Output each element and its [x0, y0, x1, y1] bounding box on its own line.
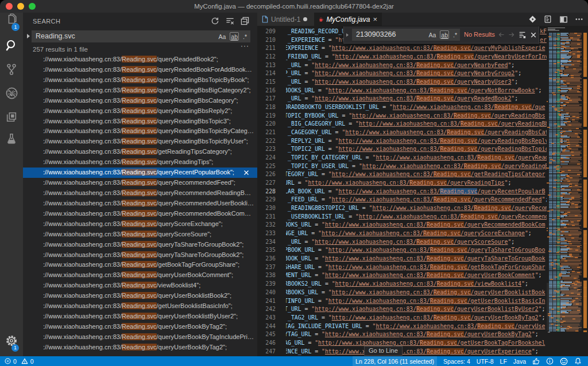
code-line[interactable]: 234_URL = "http://www.xiaohuasheng.cn:83… [257, 238, 547, 247]
modified-dot-icon[interactable] [303, 17, 307, 21]
open-changes-icon[interactable] [543, 15, 552, 24]
toggle-search-details-icon[interactable]: ··· [241, 42, 249, 50]
search-result-row[interactable]: ://www.xiaohuasheng.cn:83/Reading.svc/qu… [23, 106, 257, 116]
tab-myconfig-java[interactable]: MyConfig.java × [314, 13, 382, 26]
code-line[interactable]: 240RBOOKS_URL = "http://www.xiaohuasheng… [257, 289, 547, 297]
search-result-row[interactable]: ://www.xiaohuasheng.cn:83/Reading.svc/qu… [23, 188, 257, 198]
toggle-replace-icon[interactable] [25, 31, 31, 41]
minimap-slider[interactable] [547, 283, 582, 330]
search-result-row[interactable]: ://www.xiaohuasheng.cn:83/Reading.svc/ge… [23, 301, 257, 312]
code-line[interactable]: 214P_URL = "http://www.xiaohuasheng.cn:8… [257, 69, 547, 78]
code-line[interactable]: 229_FEED_URL = "http://www.xiaohuasheng.… [257, 196, 547, 204]
search-result-row[interactable]: ://www.xiaohuasheng.cn:83/Reading.svc/ge… [23, 260, 257, 270]
find-widget-toggle-icon[interactable] [344, 26, 351, 43]
tab-untitled-1[interactable]: Untitled-1 [257, 13, 314, 26]
code-line[interactable]: 222_REPLY2_URL = "http://www.xiaohuashen… [257, 137, 547, 146]
search-result-row[interactable]: ://www.xiaohuasheng.cn:83/Reading.svc/qu… [23, 291, 257, 301]
code-line[interactable]: 215_URL = "http://www.xiaohuasheng.cn:83… [257, 78, 547, 87]
search-result-row[interactable]: ://www.xiaohuasheng.cn:83/Reading.svc/qu… [23, 126, 257, 137]
code-line[interactable]: 235PBOOK_URL = "http://www.xiaohuasheng.… [257, 246, 547, 255]
code-line[interactable]: 228LAR_BOOK_URL = "http://www.xiaohuashe… [257, 188, 547, 196]
more-actions-icon[interactable] [574, 15, 583, 24]
search-result-row[interactable]: ://www.xiaohuasheng.cn:83/Reading.svc/qu… [23, 219, 257, 229]
search-result-row[interactable]: ://www.xiaohuasheng.cn:83/Reading.svc/qu… [23, 168, 257, 178]
notifications-bell-icon[interactable] [574, 356, 582, 366]
clear-search-results-icon[interactable] [224, 15, 235, 26]
search-result-row[interactable]: ://www.xiaohuasheng.cn:83/Reading.svc/qu… [23, 137, 257, 147]
search-result-row[interactable]: ://www.xiaohuasheng.cn:83/Reading.svc/vi… [23, 281, 257, 291]
sidebar-item-extensions[interactable] [0, 106, 23, 129]
code-line[interactable]: 220_BIG_CAGEGORY_URL = "http://www.xiaoh… [257, 120, 547, 129]
search-result-row[interactable]: ://www.xiaohuasheng.cn:83/Reading.svc/qu… [23, 312, 257, 322]
code-line[interactable]: 223_TOPIC2_URL = "http://www.xiaohuashen… [257, 145, 547, 154]
code-line[interactable]: 239RBOOKS2_URL = "http://www.xiaohuashen… [257, 280, 547, 289]
code-line[interactable]: 224_TOPIC_BY_CATEGORY_URL = "http://www.… [257, 154, 547, 162]
code-line[interactable]: 241TINFO_URL = "http://www.xiaohuasheng.… [257, 297, 547, 306]
problems-errors[interactable]: 0 [5, 356, 17, 366]
search-result-row[interactable]: ://www.xiaohuasheng.cn:83/Reading.svc/qu… [23, 250, 257, 260]
code-line[interactable]: 242T_URL = "http://www.xiaohuasheng.cn:8… [257, 305, 547, 314]
search-result-row[interactable]: ://www.xiaohuasheng.cn:83/Reading.svc/qu… [23, 270, 257, 281]
search-result-row[interactable]: ://www.xiaohuasheng.cn:83/Reading.svc/qu… [23, 54, 257, 65]
search-result-row[interactable]: ://www.xiaohuasheng.cn:83/Reading.svc/qu… [23, 332, 257, 342]
dismiss-result-icon[interactable] [242, 169, 250, 177]
code-line[interactable]: 243_TAG2_URL = "http://www.xiaohuasheng.… [257, 314, 547, 322]
sidebar-item-run-debug[interactable] [0, 81, 23, 104]
code-line[interactable]: 245YTAG_URL = "http://www.xiaohuasheng.c… [257, 330, 547, 339]
code-line[interactable]: 217_URL = "http://www.xiaohuasheng.cn:83… [257, 95, 547, 103]
match-case-icon[interactable]: Aa [427, 30, 437, 39]
search-result-row[interactable]: ://www.xiaohuasheng.cn:83/Reading.svc/qu… [23, 198, 257, 209]
search-result-row[interactable]: ://www.xiaohuasheng.cn:83/Reading.svc/qu… [23, 240, 257, 250]
code-line[interactable]: 211EXPERIENCE = "http://www.xiaohuasheng… [257, 44, 547, 53]
sidebar-item-search[interactable] [0, 34, 23, 57]
search-result-row[interactable]: ://www.xiaohuasheng.cn:83/Reading.svc/qu… [23, 322, 257, 332]
search-result-row[interactable]: ://www.xiaohuasheng.cn:83/Reading.svc/qu… [23, 178, 257, 188]
sidebar-item-source-control[interactable] [0, 58, 23, 81]
minimap[interactable] [547, 26, 582, 356]
whole-word-icon[interactable]: ab [440, 30, 449, 39]
match-case-icon[interactable]: Aa [217, 32, 227, 41]
search-result-row[interactable]: ://www.xiaohuasheng.cn:83/Reading.svc/qu… [23, 229, 257, 240]
find-in-selection-icon[interactable] [518, 30, 527, 39]
search-result-row[interactable]: ://www.xiaohuasheng.cn:83/Reading.svc/qu… [23, 65, 257, 75]
info-icon[interactable] [546, 356, 554, 366]
search-result-row[interactable]: ://www.xiaohuasheng.cn:83/Reading.svc/qu… [23, 75, 257, 85]
code-line[interactable]: 218ORADDBOOKTO_USERBOOKLIST_URL = "http:… [257, 103, 547, 112]
regex-icon[interactable]: .* [452, 30, 458, 39]
code-line[interactable]: 231_USERBOOKLIST_URL = "http://www.xiaoh… [257, 213, 547, 221]
code-line[interactable]: 225_TOPIC_BY_USER_URL = "http://www.xiao… [257, 162, 547, 171]
code-line[interactable]: 233NGE_URL = "http://www.xiaohuasheng.cn… [257, 229, 547, 238]
sidebar-item-testing[interactable] [0, 127, 23, 150]
refresh-icon[interactable] [209, 15, 220, 26]
code-line[interactable]: 238MENT_URL = "http://www.xiaohuasheng.c… [257, 271, 547, 280]
search-result-row[interactable]: ://www.xiaohuasheng.cn:83/Reading.svc/qu… [23, 342, 257, 353]
code-line[interactable]: 213_URL = "http://www.xiaohuasheng.cn:83… [257, 61, 547, 70]
code-line[interactable]: 221_CAGEGORY_URL = "http://www.xiaohuash… [257, 129, 547, 137]
language-mode[interactable]: Java [513, 356, 526, 366]
java-status-icon[interactable] [532, 356, 540, 366]
search-result-row[interactable]: ://www.xiaohuasheng.cn:83/Reading.svc/qu… [23, 96, 257, 106]
code-line[interactable]: 232OOKS_URL = "http://www.xiaohuasheng.c… [257, 221, 547, 229]
whole-word-icon[interactable]: ab [230, 32, 239, 41]
collapse-all-icon[interactable] [239, 15, 250, 26]
search-result-row[interactable]: ://www.xiaohuasheng.cn:83/Reading.svc/qu… [23, 85, 257, 96]
code-line[interactable]: 216BOOKS_URL = "http://www.xiaohuasheng.… [257, 87, 547, 95]
manage-button[interactable]: 1 [0, 329, 23, 352]
search-result-row[interactable]: ://www.xiaohuasheng.cn:83/Reading.svc/qu… [23, 116, 257, 127]
code-editor[interactable]: 209_READING_RECORD_UkF210_EXPERIENCE = "… [257, 26, 588, 356]
find-input[interactable]: 2130903266 Aa ab .* [352, 29, 460, 41]
search-result-row[interactable]: ://www.xiaohuasheng.cn:83/Reading.svc/qu… [23, 157, 257, 168]
search-result-row[interactable]: ://www.xiaohuasheng.cn:83/Reading.svc/ge… [23, 147, 257, 157]
problems-warnings[interactable]: 0 [21, 356, 34, 366]
code-line[interactable]: 236BOOK_URL = "http://www.xiaohuasheng.c… [257, 255, 547, 263]
regex-icon[interactable]: .* [242, 32, 248, 41]
cursor-position[interactable]: Ln 228, Col 106 (11 selected) [353, 356, 437, 366]
encoding[interactable]: UTF-8 [477, 356, 494, 366]
close-find-icon[interactable] [529, 30, 537, 39]
sidebar-item-explorer[interactable]: 1 [0, 8, 23, 31]
run-icon[interactable] [528, 15, 537, 24]
find-next-icon[interactable] [507, 30, 516, 39]
feedback-smiley-icon[interactable] [560, 356, 568, 366]
search-input[interactable]: Reading.svc Aa ab .* [32, 30, 250, 42]
code-line[interactable]: 227URL = "http://www.xiaohuasheng.cn:83/… [257, 179, 547, 188]
